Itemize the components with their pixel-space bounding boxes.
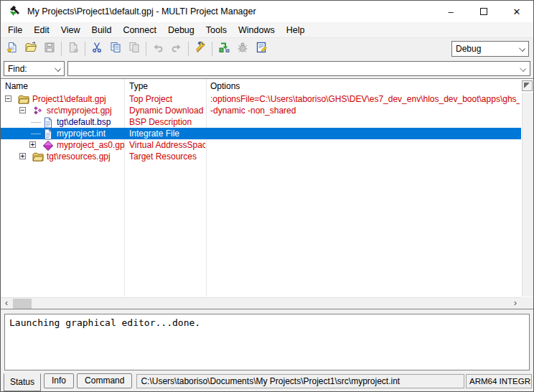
build-config-select[interactable]: Debug: [451, 41, 529, 57]
find-mode-select[interactable]: Find:: [4, 61, 65, 76]
tree-cell-type: Top Project: [129, 93, 205, 105]
tree-cell-options: -dynamic -non_shared: [210, 105, 520, 116]
menu-view[interactable]: View: [55, 23, 86, 37]
editor-icon: [256, 42, 267, 56]
find-label: Find:: [8, 64, 27, 74]
paste-icon: [128, 42, 140, 56]
chevron-down-icon: [520, 65, 526, 72]
toolbar-separator: [61, 42, 62, 56]
toolbar-separator: [85, 42, 85, 56]
scrollbar-corner: [521, 297, 533, 309]
collapse-toggle-icon[interactable]: −: [19, 107, 26, 113]
column-header-type[interactable]: Type: [129, 81, 148, 91]
find-input[interactable]: [67, 61, 530, 76]
tree-row[interactable]: +tgt\resources.gpjTarget Resources: [1, 151, 521, 162]
expand-toggle-icon[interactable]: +: [19, 153, 26, 159]
menu-windows[interactable]: Windows: [233, 23, 281, 37]
menu-file[interactable]: File: [2, 23, 28, 37]
tree-header: Name Type Options: [1, 79, 521, 93]
menu-build[interactable]: Build: [86, 23, 118, 37]
dynamic-icon: [32, 106, 43, 116]
tab-status[interactable]: Status: [4, 373, 41, 391]
scroll-left-arrow[interactable]: ‹: [1, 298, 12, 309]
redo-button: [167, 40, 186, 57]
tree-cell-name: src\myproject.gpj: [47, 105, 124, 116]
vertical-scrollbar[interactable]: [522, 93, 533, 297]
menu-debug[interactable]: Debug: [162, 23, 200, 37]
file-icon: [42, 117, 53, 127]
tree-cell-name: myproject.int: [57, 128, 124, 139]
undo-icon: [152, 42, 164, 56]
download-icon: [218, 42, 230, 56]
tree-cell-type: Integrate File: [129, 128, 205, 139]
save-button: [40, 40, 59, 57]
new-file-button[interactable]: [3, 40, 22, 57]
paste-button: [125, 40, 144, 57]
expand-toggle-icon[interactable]: +: [29, 141, 36, 148]
toolbar-buttons: [3, 40, 271, 57]
menu-connect[interactable]: Connect: [117, 23, 162, 37]
tree-cell-type: Target Resources: [129, 151, 205, 162]
maximize-button[interactable]: [467, 1, 500, 22]
tree-cell-type: Dynamic Download: [129, 105, 205, 116]
menu-edit[interactable]: Edit: [28, 23, 55, 37]
menu-bar: FileEditViewBuildConnectDebugToolsWindow…: [1, 22, 533, 38]
close-button[interactable]: ✕: [500, 1, 533, 22]
output-text: Launching graphical editor...done.: [9, 317, 200, 328]
output-log[interactable]: Launching graphical editor...done.: [4, 314, 530, 370]
build-button[interactable]: [191, 40, 210, 57]
tree-cell-name: Project1\default.gpj: [32, 93, 124, 105]
open-editor-button[interactable]: [252, 40, 271, 57]
chevron-down-icon: [55, 65, 61, 72]
menu-tools[interactable]: Tools: [200, 23, 233, 37]
horizontal-scrollbar[interactable]: ‹ ›: [1, 297, 521, 309]
tab-command[interactable]: Command: [77, 373, 132, 388]
debug-button: [233, 40, 252, 57]
open-icon: [25, 42, 37, 56]
status-path: C:\Users\taboriso\Documents\My Projects\…: [136, 374, 464, 388]
file-icon: [42, 129, 53, 139]
app-logo-icon: [7, 4, 22, 19]
scrollbar-thumb[interactable]: [13, 299, 32, 309]
window-title: My Projects\Project1\default.gpj - MULTI…: [27, 6, 256, 17]
cut-icon: [91, 42, 103, 56]
build-config-value: Debug: [456, 44, 481, 54]
redo-icon: [171, 42, 182, 56]
tree-connector-line: [31, 134, 41, 134]
bug-icon: [237, 42, 248, 56]
minimize-button[interactable]: –: [434, 1, 467, 22]
tree-connector-line: [31, 122, 41, 123]
triangle-icon: [524, 83, 530, 88]
column-header-options[interactable]: Options: [210, 81, 240, 91]
tree-row[interactable]: myproject.intIntegrate File: [1, 128, 521, 139]
open-project-button[interactable]: [22, 40, 40, 57]
undo-button: [149, 40, 167, 57]
tree-row[interactable]: −src\myproject.gpjDynamic Download-dynam…: [1, 105, 521, 116]
toolbar-separator: [212, 42, 212, 56]
project-tree-panel: Name Type Options −Project1\default.gpjT…: [1, 78, 533, 309]
tree-cell-type: Virtual AddressSpace: [129, 139, 205, 151]
find-bar: Find:: [1, 59, 533, 78]
tree-row[interactable]: +myproject_as0.gpjVirtual AddressSpace: [1, 139, 521, 151]
window-controls: – ✕: [434, 1, 533, 22]
download-button[interactable]: [215, 40, 233, 57]
tab-info[interactable]: Info: [44, 373, 74, 388]
bottom-bar: StatusInfoCommand C:\Users\taboriso\Docu…: [1, 370, 533, 391]
app-window: My Projects\Project1\default.gpj - MULTI…: [0, 0, 534, 392]
tree-options-button[interactable]: [522, 80, 533, 91]
scroll-right-arrow[interactable]: ›: [510, 298, 521, 309]
cut-button[interactable]: [88, 40, 106, 57]
column-header-name[interactable]: Name: [5, 81, 28, 91]
save-all-button: [64, 40, 83, 57]
copy-icon: [110, 42, 121, 56]
tree-cell-name: tgt\resources.gpj: [47, 151, 124, 162]
save-icon: [44, 42, 55, 56]
copy-button[interactable]: [106, 40, 125, 57]
toolbar-separator: [188, 42, 189, 56]
tree-cell-options: :optionsFile=C:\Users\taboriso\GHS\DEV\e…: [210, 93, 520, 105]
bottom-tabs: StatusInfoCommand: [4, 371, 135, 391]
menu-help[interactable]: Help: [281, 23, 311, 37]
tree-row[interactable]: −Project1\default.gpjTop Project:options…: [1, 93, 521, 105]
tree-row[interactable]: tgt\default.bspBSP Description: [1, 116, 521, 128]
collapse-toggle-icon[interactable]: −: [5, 95, 11, 102]
